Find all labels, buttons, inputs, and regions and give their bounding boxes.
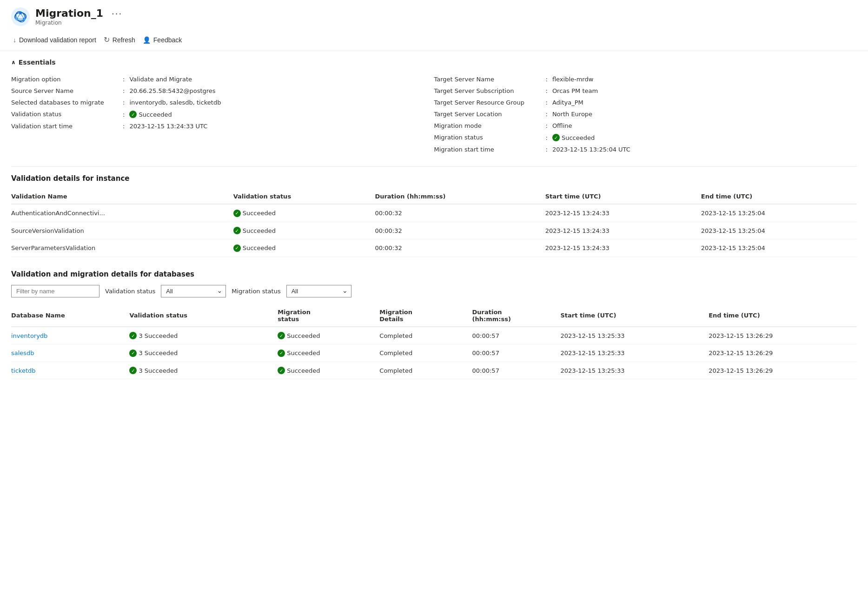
- col-validation-name: Validation Name: [11, 189, 233, 204]
- section-divider: [11, 166, 857, 167]
- table-row: ServerParametersValidation Succeeded 00:…: [11, 239, 857, 257]
- essentials-row-migration-option: Migration option : Validate and Migrate: [11, 73, 434, 85]
- check-circle-icon: [552, 134, 560, 141]
- col-db-mig-details: MigrationDetails: [379, 305, 472, 327]
- db-mig-status-badge: Succeeded: [278, 350, 320, 357]
- db-name-cell: salesdb: [11, 344, 129, 362]
- val-status-cell: Succeeded: [233, 204, 375, 222]
- val-end-cell: 2023-12-15 13:25:04: [701, 239, 857, 257]
- val-status-cell: Succeeded: [233, 239, 375, 257]
- db-name-cell: inventorydb: [11, 327, 129, 344]
- db-salesdb-link[interactable]: salesdb: [11, 350, 34, 356]
- essentials-row-source-server: Source Server Name : 20.66.25.58:5432@po…: [11, 85, 434, 97]
- essentials-row-target-location: Target Server Location : North Europe: [434, 108, 857, 120]
- validation-instance-table: Validation Name Validation status Durati…: [11, 189, 857, 257]
- databases-thead: Database Name Validation status Migratio…: [11, 305, 857, 327]
- page-title: Migration_1: [35, 7, 103, 20]
- check-circle-icon: [129, 350, 137, 357]
- db-ticketdb-link[interactable]: ticketdb: [11, 367, 36, 374]
- validation-instance-tbody: AuthenticationAndConnectivi... Succeeded…: [11, 204, 857, 257]
- essentials-row-selected-dbs: Selected databases to migrate : inventor…: [11, 97, 434, 108]
- check-circle-icon: [233, 244, 241, 252]
- essentials-row-migration-status: Migration status : Succeeded: [434, 132, 857, 144]
- essentials-row-target-subscription: Target Server Subscription : Orcas PM te…: [434, 85, 857, 97]
- val-end-cell: 2023-12-15 13:25:04: [701, 222, 857, 239]
- title-block: Migration_1 ··· Migration: [35, 7, 124, 26]
- check-circle-icon: [278, 367, 285, 374]
- feedback-icon: [143, 36, 151, 44]
- db-mig-status-cell: Succeeded: [278, 327, 379, 344]
- row-status-badge: Succeeded: [233, 244, 276, 252]
- essentials-row-migration-start: Migration start time : 2023-12-15 13:25:…: [434, 144, 857, 155]
- db-start-cell: 2023-12-15 13:25:33: [560, 327, 709, 344]
- validation-instance-thead: Validation Name Validation status Durati…: [11, 189, 857, 204]
- essentials-row-target-server: Target Server Name : flexible-mrdw: [434, 73, 857, 85]
- row-status-badge: Succeeded: [233, 210, 276, 217]
- table-row: AuthenticationAndConnectivi... Succeeded…: [11, 204, 857, 222]
- check-circle-icon: [233, 210, 241, 217]
- filter-by-name-input[interactable]: [11, 285, 99, 297]
- essentials-title: Essentials: [19, 59, 56, 66]
- db-val-status-badge: 3 Succeeded: [129, 367, 178, 374]
- db-duration-cell: 00:00:57: [472, 327, 561, 344]
- migration-status-filter-select[interactable]: All Succeeded Failed: [286, 285, 351, 297]
- val-name-cell: SourceVersionValidation: [11, 222, 233, 239]
- validation-databases-title: Validation and migration details for dat…: [11, 270, 857, 278]
- toolbar: Download validation report Refresh Feedb…: [0, 30, 868, 51]
- col-duration: Duration (hh:mm:ss): [375, 189, 545, 204]
- essentials-row-validation-start: Validation start time : 2023-12-15 13:24…: [11, 120, 434, 132]
- col-validation-status: Validation status: [233, 189, 375, 204]
- essentials-section-header[interactable]: ∧ Essentials: [11, 59, 857, 66]
- check-circle-icon: [278, 350, 285, 357]
- val-duration-cell: 00:00:32: [375, 204, 545, 222]
- essentials-row-validation-status: Validation status : Succeeded: [11, 108, 434, 120]
- filter-row: Validation status All Succeeded Failed M…: [11, 285, 857, 297]
- db-mig-status-badge: Succeeded: [278, 332, 320, 339]
- db-val-status-badge: 3 Succeeded: [129, 332, 178, 339]
- db-mig-details-cell: Completed: [379, 327, 472, 344]
- val-start-cell: 2023-12-15 13:24:33: [545, 222, 701, 239]
- col-db-start: Start time (UTC): [560, 305, 709, 327]
- val-name-cell: ServerParametersValidation: [11, 239, 233, 257]
- db-name-cell: ticketdb: [11, 362, 129, 379]
- essentials-chevron-icon: ∧: [11, 59, 16, 66]
- db-mig-status-badge: Succeeded: [278, 367, 320, 374]
- essentials-row-target-resource-group: Target Server Resource Group : Aditya_PM: [434, 97, 857, 108]
- db-mig-status-cell: Succeeded: [278, 362, 379, 379]
- val-end-cell: 2023-12-15 13:25:04: [701, 204, 857, 222]
- table-row: ticketdb 3 Succeeded Succeeded Completed…: [11, 362, 857, 379]
- essentials-left: Migration option : Validate and Migrate …: [11, 73, 434, 155]
- db-mig-details-cell: Completed: [379, 344, 472, 362]
- validation-status-filter-select[interactable]: All Succeeded Failed: [161, 285, 226, 297]
- migration-status-filter-label: Migration status: [232, 288, 280, 295]
- col-end-time: End time (UTC): [701, 189, 857, 204]
- validation-status-filter-label: Validation status: [105, 288, 155, 295]
- db-val-status-cell: 3 Succeeded: [129, 344, 278, 362]
- col-start-time: Start time (UTC): [545, 189, 701, 204]
- validation-instance-title: Validation details for instance: [11, 174, 857, 183]
- db-val-status-badge: 3 Succeeded: [129, 350, 178, 357]
- essentials-right: Target Server Name : flexible-mrdw Targe…: [434, 73, 857, 155]
- main-content: ∧ Essentials Migration option : Validate…: [0, 51, 868, 400]
- validation-status-badge: Succeeded: [129, 111, 172, 118]
- download-report-button[interactable]: Download validation report: [11, 33, 102, 46]
- val-duration-cell: 00:00:32: [375, 222, 545, 239]
- db-end-cell: 2023-12-15 13:26:29: [709, 327, 857, 344]
- table-row: inventorydb 3 Succeeded Succeeded Comple…: [11, 327, 857, 344]
- db-start-cell: 2023-12-15 13:25:33: [560, 362, 709, 379]
- page-subtitle: Migration: [35, 20, 124, 26]
- more-options-button[interactable]: ···: [110, 9, 124, 19]
- col-db-duration: Duration(hh:mm:ss): [472, 305, 561, 327]
- col-db-mig-status: Migrationstatus: [278, 305, 379, 327]
- db-inventorydb-link[interactable]: inventorydb: [11, 332, 47, 339]
- validation-instance-header-row: Validation Name Validation status Durati…: [11, 189, 857, 204]
- databases-tbody: inventorydb 3 Succeeded Succeeded Comple…: [11, 327, 857, 379]
- refresh-button[interactable]: Refresh: [102, 33, 141, 47]
- svg-point-0: [11, 7, 30, 26]
- feedback-button[interactable]: Feedback: [141, 33, 187, 46]
- databases-header-row: Database Name Validation status Migratio…: [11, 305, 857, 327]
- validation-status-filter-wrapper: All Succeeded Failed: [161, 285, 226, 297]
- val-status-cell: Succeeded: [233, 222, 375, 239]
- db-val-status-cell: 3 Succeeded: [129, 327, 278, 344]
- db-duration-cell: 00:00:57: [472, 344, 561, 362]
